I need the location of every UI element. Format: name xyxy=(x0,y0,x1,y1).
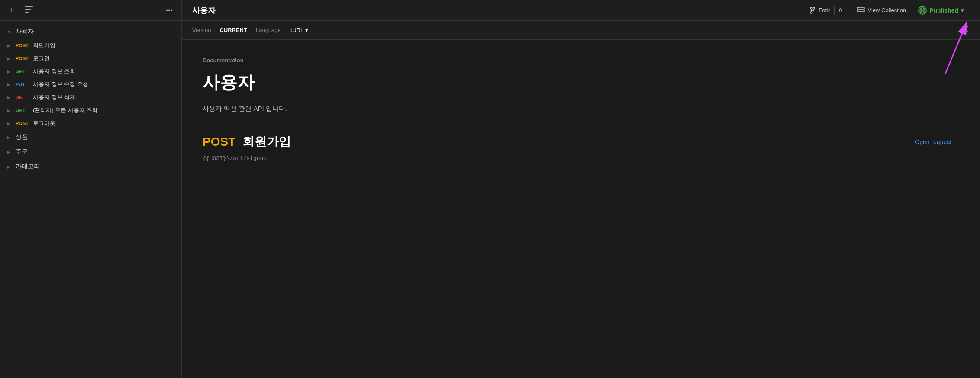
group-label: 사용자 xyxy=(16,28,34,35)
doc-description: 사용자 액션 관련 API 입니다. xyxy=(203,105,959,113)
sidebar-item-사용자정보조회[interactable]: ▶ GET 사용자 정보 조회 xyxy=(0,65,181,78)
divider xyxy=(834,6,835,15)
chevron-down-icon: ▾ xyxy=(305,27,308,33)
sidebar-item-모든사용자조회[interactable]: ▶ GET (관리자) 모든 사용자 조회 xyxy=(0,104,181,117)
method-badge-post: POST xyxy=(16,56,29,61)
svg-rect-8 xyxy=(858,13,861,13)
svg-point-3 xyxy=(810,7,812,9)
main-header: 사용자 Fork 0 View Colle xyxy=(182,3,980,17)
item-label: 회원가입 xyxy=(33,42,55,49)
main-content: Documentation 사용자 사용자 액션 관련 API 입니다. POS… xyxy=(182,40,980,378)
sidebar-item-로그인[interactable]: ▶ POST 로그인 xyxy=(0,52,181,65)
sidebar-item-사용자정보삭제[interactable]: ▶ DEL 사용자 정보 삭제 xyxy=(0,91,181,104)
chevron-right-icon: ▶ xyxy=(7,150,12,154)
method-badge-put: PUT xyxy=(16,82,29,87)
svg-point-5 xyxy=(810,12,812,13)
chevron-right-icon: ▶ xyxy=(7,69,12,74)
endpoint-method: POST xyxy=(203,135,235,149)
group-label: 상품 xyxy=(16,133,28,141)
sidebar-group-카테고리[interactable]: ▶ 카테고리 xyxy=(0,159,181,174)
chevron-icon: ▼ xyxy=(7,29,12,34)
method-badge-get: GET xyxy=(16,108,29,113)
svg-rect-1 xyxy=(25,9,31,10)
svg-point-4 xyxy=(813,7,815,9)
svg-rect-2 xyxy=(25,12,29,13)
top-header: + ••• 사용자 Fork 0 xyxy=(0,0,980,21)
page-title: 사용자 xyxy=(192,5,216,16)
language-select[interactable]: cURL ▾ xyxy=(290,27,309,33)
method-badge-post: POST xyxy=(16,121,29,126)
group-label: 카테고리 xyxy=(16,163,40,170)
globe-icon xyxy=(918,6,927,15)
language-value: cURL xyxy=(290,27,304,33)
chevron-right-icon: ▶ xyxy=(7,108,12,113)
endpoint-url: {{HOST}}/api/signup xyxy=(203,155,959,162)
header-actions: Fork 0 View Collection xyxy=(804,3,970,17)
published-button[interactable]: Published ▾ xyxy=(912,3,970,17)
fork-button[interactable]: Fork 0 xyxy=(804,3,847,17)
language-label: Language xyxy=(256,27,281,33)
item-label: 사용자 정보 조회 xyxy=(33,67,75,75)
item-label: 로그아웃 xyxy=(33,119,55,127)
endpoint-header: POST 회원가입 Open request → xyxy=(203,134,959,150)
endpoint-section: POST 회원가입 Open request → {{HOST}}/api/si… xyxy=(203,134,959,162)
add-button[interactable]: + xyxy=(5,3,17,17)
item-label: 사용자 정보 삭제 xyxy=(33,93,75,101)
sub-header: Version CURRENT Language cURL ▾ xyxy=(182,21,980,40)
chevron-right-icon: ▶ xyxy=(7,95,12,100)
doc-title: 사용자 xyxy=(203,70,959,94)
chevron-right-icon: ▶ xyxy=(7,121,12,126)
sidebar-header: + ••• xyxy=(0,0,182,20)
chevron-right-icon: ▶ xyxy=(7,164,12,169)
group-label: 주문 xyxy=(16,148,28,156)
collection-icon xyxy=(857,7,865,14)
sidebar-item-로그아웃[interactable]: ▶ POST 로그아웃 xyxy=(0,117,181,130)
vertical-divider xyxy=(849,6,849,15)
method-badge-post: POST xyxy=(16,43,29,48)
version-label: Version xyxy=(192,27,211,33)
chevron-down-icon: ▾ xyxy=(961,7,964,13)
sidebar-group-사용자[interactable]: ▼ 사용자 xyxy=(0,24,181,39)
chevron-right-icon: ▶ xyxy=(7,43,12,48)
content-area: ▼ 사용자 ▶ POST 회원가입 ▶ POST 로그인 ▶ GET 사용자 정… xyxy=(0,21,980,378)
chevron-right-icon: ▶ xyxy=(7,135,12,140)
method-badge-get: GET xyxy=(16,69,29,74)
open-request-link[interactable]: Open request → xyxy=(915,138,959,145)
svg-point-14 xyxy=(964,28,967,30)
view-collection-button[interactable]: View Collection xyxy=(851,4,912,16)
item-label: (관리자) 모든 사용자 조회 xyxy=(33,106,98,114)
sidebar: ▼ 사용자 ▶ POST 회원가입 ▶ POST 로그인 ▶ GET 사용자 정… xyxy=(0,21,182,378)
endpoint-name: 회원가입 xyxy=(242,134,291,150)
fork-count: 0 xyxy=(839,7,842,13)
svg-rect-0 xyxy=(25,6,33,7)
item-label: 사용자 정보 수정 요청 xyxy=(33,80,88,88)
svg-rect-7 xyxy=(858,10,864,12)
item-label: 로그인 xyxy=(33,54,50,62)
sidebar-item-사용자정보수정[interactable]: ▶ PUT 사용자 정보 수정 요청 xyxy=(0,78,181,91)
filter-button[interactable] xyxy=(22,5,36,16)
main-content-wrapper: Version CURRENT Language cURL ▾ Document… xyxy=(182,21,980,378)
settings-icon[interactable] xyxy=(961,25,970,35)
fork-icon xyxy=(809,7,816,14)
chevron-right-icon: ▶ xyxy=(7,82,12,87)
method-badge-del: DEL xyxy=(16,95,29,100)
sidebar-item-회원가입[interactable]: ▶ POST 회원가입 xyxy=(0,39,181,52)
sidebar-group-상품[interactable]: ▶ 상품 xyxy=(0,130,181,144)
svg-rect-6 xyxy=(858,7,864,9)
doc-label: Documentation xyxy=(203,57,959,64)
version-value: CURRENT xyxy=(219,27,247,33)
sidebar-group-주문[interactable]: ▶ 주문 xyxy=(0,144,181,159)
chevron-right-icon: ▶ xyxy=(7,56,12,61)
more-button[interactable]: ••• xyxy=(162,5,176,16)
